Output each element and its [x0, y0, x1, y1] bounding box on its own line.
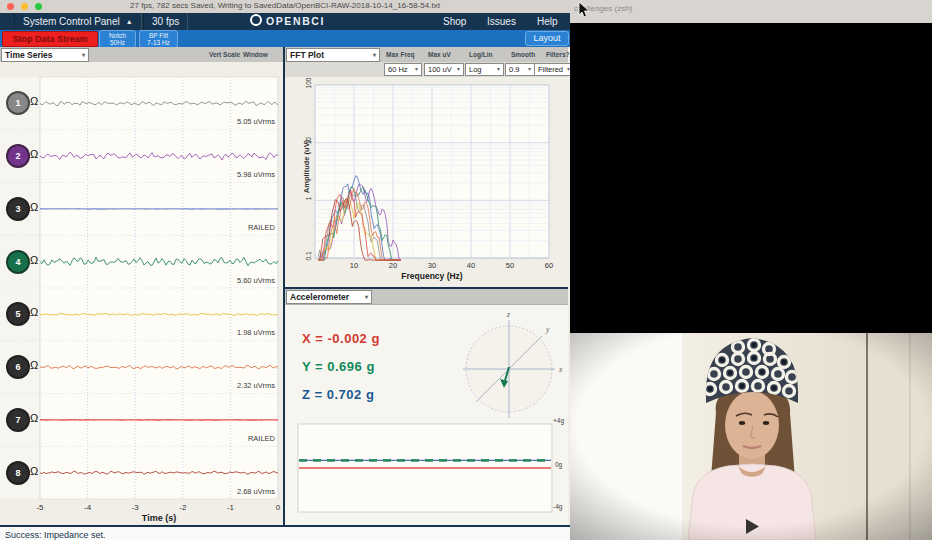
fft-ytick: 100 [305, 77, 312, 88]
fft-xlabel: Frequency (Hz) [315, 271, 549, 281]
channel-5-rms-value: 1.98 uVrms [145, 328, 275, 337]
notch-line1: Notch [100, 32, 135, 39]
smooth-label: Smooth [511, 51, 535, 58]
channel-6-impedance-button[interactable]: Ω [30, 359, 38, 371]
accel-strip-label-bottom: -4g [553, 503, 562, 510]
accel-axis-label-z: z [506, 310, 510, 319]
menu-help[interactable]: Help [531, 13, 564, 30]
channel-8-impedance-button[interactable]: Ω [30, 465, 38, 477]
vert-scale-label: Vert Scale [209, 51, 240, 58]
menu-shop[interactable]: Shop [437, 13, 472, 30]
max-freq-label: Max Freq [386, 51, 415, 58]
fft-ytick: 0.1 [305, 251, 312, 260]
system-control-panel-button[interactable]: System Control Panel▲ [14, 13, 142, 30]
fft-xtick: 50 [506, 261, 514, 270]
timeseries-widget-selector[interactable]: ▾Time Series [1, 48, 89, 62]
channel-2-rms-value: 5.98 uVrms [145, 170, 275, 179]
accel-axis-label-y: y [545, 325, 550, 334]
max-uv-label: Max uV [428, 51, 451, 58]
channel-1-impedance-button[interactable]: Ω [30, 95, 38, 107]
channel-3-button[interactable]: 3 [6, 197, 30, 221]
macos-titlebar: 27 fps, 782 secs Saved, Writing to Saved… [0, 0, 570, 14]
fft-widget-selector[interactable]: ▾FFT Plot [286, 48, 380, 62]
screen: 27 fps, 782 secs Saved, Writing to Saved… [0, 0, 932, 540]
bp-line1: BP Filt [140, 32, 177, 39]
channel-7-impedance-button[interactable]: Ω [30, 412, 38, 424]
timeseries-xtick: -2 [175, 503, 191, 512]
channel-8-button[interactable]: 8 [6, 461, 30, 485]
fft-xtick: 60 [545, 261, 553, 270]
openbci-gui-window: 27 fps, 782 secs Saved, Writing to Saved… [0, 0, 570, 540]
channel-6-rms-value: 2.32 uVrms [145, 381, 275, 390]
notch-line2: 50Hz [100, 39, 135, 46]
channel-7-button[interactable]: 7 [6, 408, 30, 432]
fft-plot: 1001010.1102030405060 [285, 62, 568, 302]
fft-ylabel: Amplitude (uV) [302, 107, 311, 227]
menu-issues[interactable]: Issues [481, 13, 522, 30]
timeseries-xlabel: Time (s) [40, 513, 278, 523]
fps-value: 30 fps [152, 16, 179, 27]
timeseries-selector-value: Time Series [5, 50, 53, 60]
window-title: 27 fps, 782 secs Saved, Writing to Saved… [0, 1, 570, 10]
fft-xtick: 10 [350, 261, 358, 270]
openbci-logo: OPENBCI [250, 13, 325, 30]
filters-label: Filters? [546, 51, 569, 58]
stream-toolbar: Stop Data Stream Notch 50Hz BP Filt 7-13… [0, 30, 570, 47]
webcam-video-window[interactable] [570, 333, 932, 540]
channel-1-rms-value: 5.05 uVrms [145, 117, 275, 126]
openbci-logo-icon [250, 14, 262, 26]
collapse-arrow-icon: ▲ [126, 18, 133, 25]
channel-8-rms-value: 2.68 uVrms [145, 487, 275, 496]
accelerometer-plots: zyx [285, 289, 568, 527]
accelerometer-widget: ▾Accelerometer X = -0.002 g Y = 0.696 g … [285, 289, 568, 527]
vignette [570, 333, 932, 540]
channel-3-impedance-button[interactable]: Ω [30, 201, 38, 213]
background-terminal-titlebar[interactable]: challenges (zsh) [570, 0, 932, 24]
webcam-scene [570, 333, 932, 540]
timeseries-widget-header: ▾Time Series Vert Scale Window [0, 47, 283, 63]
openbci-brand-text: OPENBCI [266, 15, 325, 27]
fft-widget-header: ▾FFT Plot Max Freq Max uV Log/Lin Smooth… [285, 47, 568, 63]
timeseries-xtick: -1 [222, 503, 238, 512]
channel-4-rms-value: 5.60 uVrms [145, 276, 275, 285]
accel-strip-label-mid: 0g [555, 461, 562, 468]
channel-2-impedance-button[interactable]: Ω [30, 148, 38, 160]
channel-3-rms-value: RAILED [145, 223, 275, 232]
window-label: Window [243, 51, 268, 58]
bandpass-filter-button[interactable]: BP Filt 7-13 Hz [139, 30, 178, 48]
channel-7-rms-value: RAILED [145, 434, 275, 443]
notch-filter-button[interactable]: Notch 50Hz [99, 30, 136, 48]
timeseries-xtick: -5 [32, 503, 48, 512]
accel-axis-label-x: x [558, 365, 563, 374]
channel-2-button[interactable]: 2 [6, 144, 30, 168]
loglin-label: Log/Lin [469, 51, 492, 58]
layout-button[interactable]: Layout [525, 31, 569, 46]
status-message: Success: Impedance set. [5, 530, 106, 540]
fft-xtick: 40 [467, 261, 475, 270]
accel-strip-label-top: +4g [553, 417, 564, 424]
mouse-cursor-icon [578, 2, 590, 18]
bp-line2: 7-13 Hz [140, 39, 177, 46]
channel-6-button[interactable]: 6 [6, 355, 30, 379]
stop-data-stream-button[interactable]: Stop Data Stream [2, 31, 98, 47]
background-terminal-window[interactable] [570, 23, 932, 333]
menubar: System Control Panel▲ 30 fps OPENBCI Sho… [0, 13, 570, 30]
channel-5-impedance-button[interactable]: Ω [30, 306, 38, 318]
fft-xtick: 30 [428, 261, 436, 270]
channel-4-impedance-button[interactable]: Ω [30, 254, 38, 266]
fps-selector[interactable]: 30 fps [143, 13, 188, 30]
fft-selector-value: FFT Plot [290, 50, 324, 60]
timeseries-xtick: -4 [80, 503, 96, 512]
timeseries-xtick: -3 [127, 503, 143, 512]
fft-xtick: 20 [389, 261, 397, 270]
timeseries-plot [0, 62, 283, 527]
timeseries-widget: 1Ω2Ω3Ω4Ω5Ω6Ω7Ω8Ω 5.05 uVrms5.98 uVrmsRAI… [0, 62, 283, 527]
status-bar: Success: Impedance set. [0, 525, 570, 540]
channel-4-button[interactable]: 4 [6, 250, 30, 274]
system-control-panel-label: System Control Panel [23, 16, 120, 27]
